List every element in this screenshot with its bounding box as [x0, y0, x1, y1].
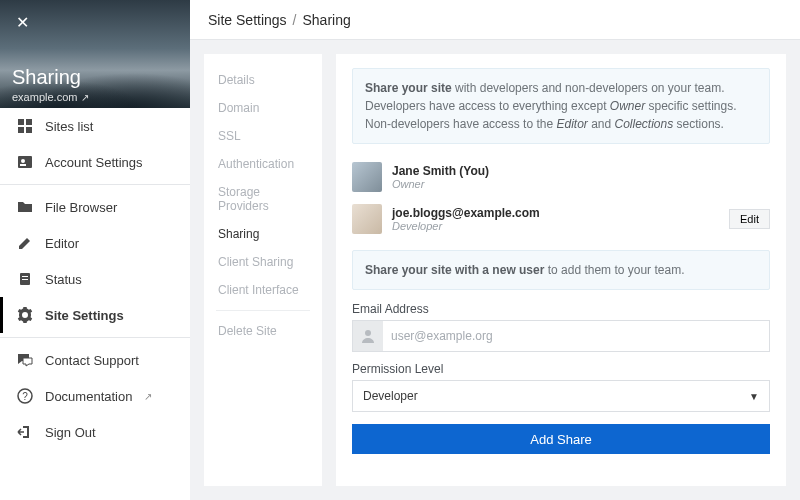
svg-point-5 [21, 159, 25, 163]
svg-point-12 [365, 330, 371, 336]
gear-icon [17, 307, 33, 323]
chevron-down-icon: ▼ [749, 391, 759, 402]
sign-out-icon [17, 424, 33, 440]
add-share-button[interactable]: Add Share [352, 424, 770, 454]
hero-domain-link[interactable]: example.com ↗ [12, 91, 178, 103]
sidebar-separator [0, 337, 190, 338]
breadcrumb: Site Settings / Sharing [190, 0, 800, 40]
grid-icon [17, 118, 33, 134]
intro-lead: Share your site [365, 81, 452, 95]
subnav-item-storage-providers[interactable]: Storage Providers [204, 178, 322, 220]
user-name: joe.bloggs@example.com [392, 206, 540, 220]
sidebar-item-label: Contact Support [45, 353, 139, 368]
subnav-item-authentication[interactable]: Authentication [204, 150, 322, 178]
sidebar-item-account-settings[interactable]: Account Settings [0, 144, 190, 180]
sidebar-item-label: Site Settings [45, 308, 124, 323]
subnav-item-sharing[interactable]: Sharing [204, 220, 322, 248]
subnav-separator [216, 310, 310, 311]
sidebar-item-label: Status [45, 272, 82, 287]
settings-subnav: Details Domain SSL Authentication Storag… [204, 54, 322, 486]
person-card-icon [17, 154, 33, 170]
sidebar-separator [0, 184, 190, 185]
sidebar-nav: Sites list Account Settings File Browser… [0, 108, 190, 450]
svg-rect-0 [18, 119, 24, 125]
sidebar-item-contact-support[interactable]: Contact Support [0, 342, 190, 378]
sidebar-item-sign-out[interactable]: Sign Out [0, 414, 190, 450]
content-row: Details Domain SSL Authentication Storag… [190, 40, 800, 500]
subnav-item-client-interface[interactable]: Client Interface [204, 276, 322, 304]
user-role: Developer [392, 220, 540, 232]
hero-domain-text: example.com [12, 91, 77, 103]
sharing-panel: Share your site with developers and non-… [336, 54, 786, 486]
sidebar-item-sites-list[interactable]: Sites list [0, 108, 190, 144]
user-row: Jane Smith (You) Owner [352, 156, 770, 198]
chat-icon [17, 352, 33, 368]
intro-info-box: Share your site with developers and non-… [352, 68, 770, 144]
avatar [352, 204, 382, 234]
sidebar-item-site-settings[interactable]: Site Settings [0, 297, 190, 333]
svg-rect-3 [26, 127, 32, 133]
main-area: Site Settings / Sharing Details Domain S… [190, 0, 800, 500]
svg-rect-1 [26, 119, 32, 125]
subnav-item-client-sharing[interactable]: Client Sharing [204, 248, 322, 276]
external-link-icon: ↗ [144, 391, 152, 402]
sidebar-item-label: Documentation [45, 389, 132, 404]
svg-text:?: ? [22, 391, 28, 402]
permission-select[interactable]: Developer ▼ [352, 380, 770, 412]
sidebar-item-label: Sites list [45, 119, 93, 134]
subnav-item-details[interactable]: Details [204, 66, 322, 94]
placeholder-avatar-icon [353, 321, 383, 351]
sidebar-item-status[interactable]: Status [0, 261, 190, 297]
sidebar-item-label: File Browser [45, 200, 117, 215]
help-icon: ? [17, 388, 33, 404]
permission-value: Developer [363, 389, 418, 403]
sidebar-item-file-browser[interactable]: File Browser [0, 189, 190, 225]
subnav-item-ssl[interactable]: SSL [204, 122, 322, 150]
sidebar-item-documentation[interactable]: ? Documentation ↗ [0, 378, 190, 414]
breadcrumb-root[interactable]: Site Settings [208, 12, 287, 28]
perm-label: Permission Level [352, 362, 770, 376]
svg-rect-4 [18, 156, 32, 168]
svg-rect-6 [20, 164, 26, 166]
primary-sidebar: ✕ Sharing example.com ↗ Sites list Accou… [0, 0, 190, 500]
avatar [352, 162, 382, 192]
svg-rect-2 [18, 127, 24, 133]
svg-rect-9 [22, 279, 28, 280]
user-meta: Jane Smith (You) Owner [392, 164, 489, 190]
close-icon[interactable]: ✕ [12, 12, 32, 32]
edit-user-button[interactable]: Edit [729, 209, 770, 229]
sidebar-item-label: Account Settings [45, 155, 143, 170]
share-prompt-box: Share your site with a new user to add t… [352, 250, 770, 290]
user-row: joe.bloggs@example.com Developer Edit [352, 198, 770, 240]
user-role: Owner [392, 178, 489, 190]
subnav-item-domain[interactable]: Domain [204, 94, 322, 122]
folder-icon [17, 199, 33, 215]
user-meta: joe.bloggs@example.com Developer [392, 206, 540, 232]
email-input-row [352, 320, 770, 352]
svg-rect-8 [22, 276, 28, 277]
sidebar-item-editor[interactable]: Editor [0, 225, 190, 261]
breadcrumb-separator: / [293, 12, 297, 28]
subnav-item-delete-site[interactable]: Delete Site [204, 317, 322, 345]
sidebar-item-label: Editor [45, 236, 79, 251]
sidebar-item-label: Sign Out [45, 425, 96, 440]
pencil-icon [17, 235, 33, 251]
email-label: Email Address [352, 302, 770, 316]
sidebar-hero: ✕ Sharing example.com ↗ [0, 0, 190, 108]
external-link-icon: ↗ [81, 92, 89, 103]
breadcrumb-leaf: Sharing [303, 12, 351, 28]
hero-title: Sharing [12, 66, 178, 89]
user-name: Jane Smith (You) [392, 164, 489, 178]
clipboard-icon [17, 271, 33, 287]
email-input[interactable] [383, 329, 769, 343]
